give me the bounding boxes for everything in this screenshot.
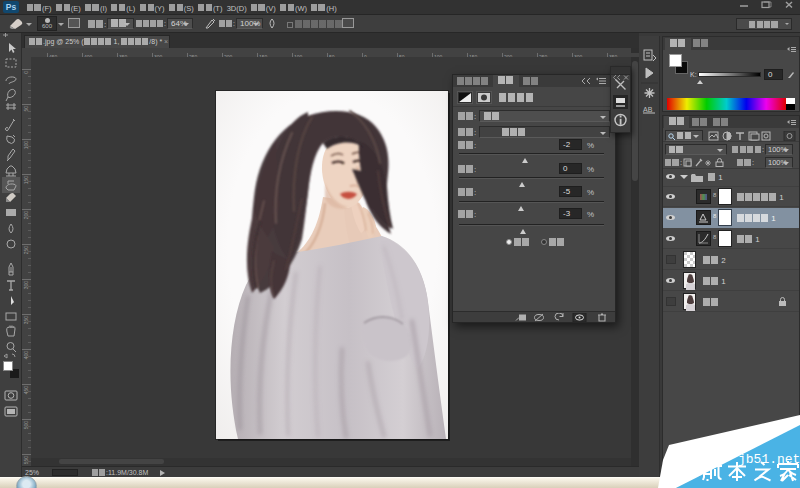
svg-text:150: 150 [23,176,29,185]
svg-text:350: 350 [23,316,29,325]
svg-text:200: 200 [23,211,29,220]
svg-text:550: 550 [23,456,29,465]
svg-text:500: 500 [23,421,29,430]
svg-text:AB: AB [643,106,653,113]
svg-text:250: 250 [23,246,29,255]
svg-text:300: 300 [23,281,29,290]
svg-text:0: 0 [23,71,29,74]
svg-text:50: 50 [23,106,29,112]
svg-text:100: 100 [23,141,29,150]
svg-text:400: 400 [23,351,29,360]
svg-text:450: 450 [23,386,29,395]
